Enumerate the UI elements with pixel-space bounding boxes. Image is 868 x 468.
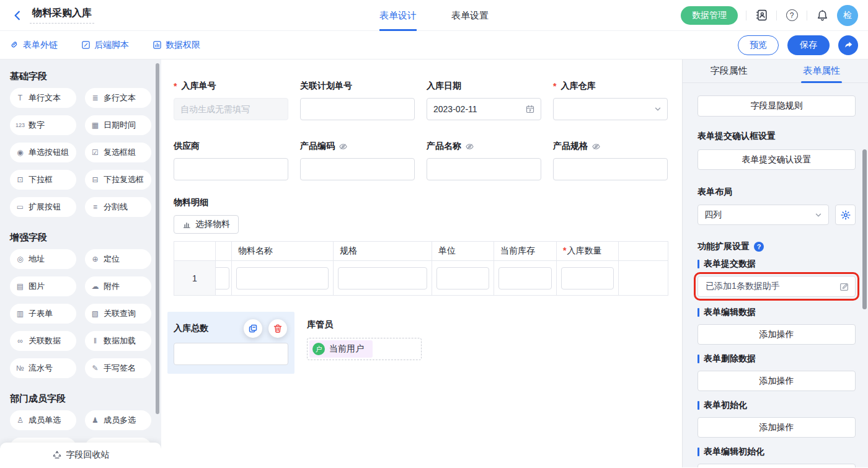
share-button[interactable] xyxy=(838,35,858,55)
add-operation-button-delete[interactable]: 添加操作 xyxy=(698,371,856,391)
field-pill-radio-group[interactable]: ◉单选按钮组 xyxy=(10,143,76,162)
address-book-icon[interactable] xyxy=(755,9,768,22)
field-pill-extend-button[interactable]: ▭扩展按钮 xyxy=(10,197,76,217)
spec-input[interactable] xyxy=(338,267,427,289)
field-pill-member-single[interactable]: ♙成员单选 xyxy=(10,410,76,430)
field-pill-linked-data[interactable]: ∞关联数据 xyxy=(10,331,76,351)
user-avatar[interactable]: 检 xyxy=(837,5,858,26)
field-pill-checkbox-group[interactable]: ☑复选框组 xyxy=(85,143,151,162)
sidebar-scrollbar[interactable] xyxy=(156,63,159,414)
material-subtable: 物料名称 规格 单位 当前库存 *入库数量 1 xyxy=(174,241,668,296)
form-title[interactable]: 物料采购入库 xyxy=(30,7,94,24)
link-icon xyxy=(10,40,19,50)
add-operation-button-init[interactable]: 添加操作 xyxy=(698,417,856,438)
field-inbound-no[interactable]: *入库单号 xyxy=(174,80,288,120)
preview-button[interactable]: 预览 xyxy=(738,35,779,55)
field-supplier[interactable]: 供应商 xyxy=(174,140,288,180)
field-pill-number[interactable]: 123数字 xyxy=(10,115,76,135)
field-pill-attachment[interactable]: ☁附件 xyxy=(85,276,151,296)
supplier-input[interactable] xyxy=(174,158,288,180)
notification-bell-icon[interactable] xyxy=(815,9,829,22)
external-link-button[interactable]: 表单外链 xyxy=(10,40,58,51)
field-pill-member-multi[interactable]: ♟成员多选 xyxy=(85,410,151,430)
extension-help-icon[interactable]: ? xyxy=(754,242,764,252)
field-product-spec[interactable]: 产品规格 xyxy=(553,140,668,180)
keeper-member-box[interactable]: 户 当前用户 xyxy=(307,338,422,360)
add-operation-button-edit[interactable]: 添加操作 xyxy=(698,324,856,345)
product-name-input[interactable] xyxy=(427,158,541,180)
stock-input[interactable] xyxy=(498,267,552,289)
subtable-cell-clipped xyxy=(216,261,232,296)
extension-group-label: 表单编辑数据 xyxy=(704,307,756,318)
tab-form-properties[interactable]: 表单属性 xyxy=(776,60,868,82)
delete-field-button[interactable] xyxy=(268,319,287,338)
pill-label: 复选框组 xyxy=(104,147,136,158)
layout-select[interactable]: 四列 xyxy=(698,205,829,225)
field-keeper[interactable]: 库管员 户 当前用户 xyxy=(307,312,422,374)
radio-group-icon: ◉ xyxy=(16,148,25,157)
field-pill-datetime[interactable]: ▦日期时间 xyxy=(85,115,151,135)
field-pill-image[interactable]: ▤图片 xyxy=(10,276,76,296)
divider xyxy=(776,11,777,20)
tab-form-design[interactable]: 表单设计 xyxy=(379,0,417,31)
field-pill-address[interactable]: ◎地址 xyxy=(10,249,76,269)
field-pill-location[interactable]: ⊕定位 xyxy=(85,249,151,269)
submit-confirm-setting-button[interactable]: 表单提交确认设置 xyxy=(698,149,856,170)
select-material-button[interactable]: 选择物料 xyxy=(174,215,239,234)
field-pill-signature[interactable]: ✎手写签名 xyxy=(85,358,151,378)
current-user-label: 当前用户 xyxy=(329,343,364,355)
field-pill-lookup[interactable]: ▧关联查询 xyxy=(85,304,151,324)
subtable-header-stock: 当前库存 xyxy=(494,242,557,261)
data-manage-button[interactable]: 数据管理 xyxy=(681,6,738,25)
add-operation-button-edit-init[interactable]: 添加操作 xyxy=(698,464,856,467)
field-pill-select[interactable]: ⊡下拉框 xyxy=(10,170,76,190)
panel-scrollbar[interactable] xyxy=(862,149,867,309)
unit-input[interactable] xyxy=(436,267,489,289)
field-product-name[interactable]: 产品名称 xyxy=(427,140,541,180)
inbound-date-input[interactable] xyxy=(427,98,541,120)
tab-field-properties[interactable]: 字段属性 xyxy=(683,60,776,82)
data-permission-button[interactable]: 数据权限 xyxy=(153,40,200,51)
current-user-tag[interactable]: 户 当前用户 xyxy=(309,340,373,358)
field-pill-single-line-text[interactable]: T单行文本 xyxy=(10,88,76,108)
user-tag-avatar-icon: 户 xyxy=(312,343,325,355)
field-pill-data-load[interactable]: ‖数据加载 xyxy=(85,331,151,351)
copy-field-button[interactable] xyxy=(244,319,262,338)
plan-no-input[interactable] xyxy=(300,98,415,120)
product-code-input[interactable] xyxy=(300,158,415,180)
field-pill-divider[interactable]: ≡分割线 xyxy=(85,197,151,217)
field-plan-no[interactable]: 关联计划单号 xyxy=(300,80,415,120)
field-material-detail[interactable]: 物料明细 选择物料 物料名称 规格 xyxy=(174,196,668,296)
warehouse-select[interactable] xyxy=(553,98,668,120)
location-icon: ⊕ xyxy=(91,255,100,263)
field-recycle-bin-button[interactable]: 字段回收站 xyxy=(0,443,161,467)
back-button[interactable] xyxy=(10,8,25,23)
pill-label: 下拉复选框 xyxy=(104,174,144,185)
material-name-input[interactable] xyxy=(236,267,329,289)
data-assistant-entry[interactable]: 已添加1条数据助手 xyxy=(698,276,856,297)
field-visibility-rules-button[interactable]: 字段显隐规则 xyxy=(698,95,856,117)
tab-form-settings[interactable]: 表单设置 xyxy=(451,0,489,31)
script-icon xyxy=(81,40,91,50)
field-warehouse[interactable]: *入库仓库 xyxy=(553,80,668,120)
linked-data-icon: ∞ xyxy=(16,337,25,345)
field-pill-serial-number[interactable]: №流水号 xyxy=(10,358,76,378)
save-button[interactable]: 保存 xyxy=(787,35,830,55)
subtable-cell-input-clipped[interactable] xyxy=(216,267,230,289)
edit-icon[interactable] xyxy=(839,281,849,292)
section-bar xyxy=(698,448,699,456)
total-input[interactable] xyxy=(174,343,288,365)
extension-group-delete: 表单删除数据 添加操作 xyxy=(698,353,856,391)
product-spec-input[interactable] xyxy=(553,158,668,180)
field-product-code[interactable]: 产品编码 xyxy=(300,140,415,180)
help-icon[interactable]: ? xyxy=(785,9,799,22)
field-pill-subform[interactable]: ▥子表单 xyxy=(10,304,76,324)
field-total-selected[interactable]: 入库总数 xyxy=(167,312,294,374)
field-inbound-date[interactable]: 入库日期 xyxy=(427,80,541,120)
extension-settings-title: 功能扩展设置 ? xyxy=(698,241,856,253)
backend-script-button[interactable]: 后端脚本 xyxy=(81,40,129,51)
quantity-input[interactable] xyxy=(561,267,614,289)
field-pill-multi-select[interactable]: ⊟下拉复选框 xyxy=(85,170,151,190)
layout-settings-button[interactable] xyxy=(835,205,856,225)
field-pill-multi-line-text[interactable]: ≣多行文本 xyxy=(85,88,151,108)
